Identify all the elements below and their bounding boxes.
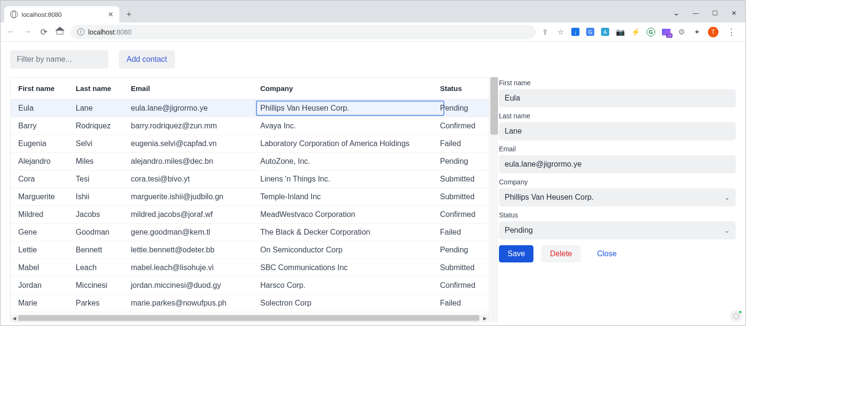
company-select[interactable] [499, 188, 736, 206]
first-name-label: First name [499, 79, 736, 87]
translate-ext-icon[interactable]: G [586, 28, 594, 36]
cell-company: Temple-Inland Inc [260, 193, 440, 201]
last-name-field[interactable] [499, 122, 736, 140]
profile-avatar[interactable]: T [708, 27, 718, 37]
table-row[interactable]: MargueriteIshiimarguerite.ishii@judbilo.… [11, 188, 489, 206]
cell-company: Laboratory Corporation of America Holdin… [260, 139, 440, 148]
maximize-icon[interactable]: ☐ [712, 10, 718, 17]
table-row[interactable]: MarieParkesmarie.parkes@nowufpus.phSolec… [11, 295, 489, 312]
email-field[interactable] [499, 155, 736, 173]
table-row[interactable]: BarryRodriquezbarry.rodriquez@zun.mmAvay… [11, 117, 489, 135]
horizontal-scrollbar[interactable]: ◀ ▶ [11, 314, 489, 322]
gear-icon[interactable]: ⚙ [677, 28, 686, 36]
cell-company: Linens 'n Things Inc. [260, 175, 440, 183]
col-email[interactable]: Email [131, 84, 260, 92]
cell-company: Avaya Inc. [260, 122, 440, 130]
table-body: EulaLaneeula.lane@jigrormo.yePhillips Va… [11, 100, 489, 312]
menu-icon[interactable]: ⋮ [725, 27, 738, 37]
reload-icon[interactable]: ⟳ [38, 27, 49, 37]
cell-last: Rodriquez [76, 122, 131, 130]
cell-email: eula.lane@jigrormo.ye [131, 104, 260, 113]
cell-last: Jacobs [76, 210, 131, 219]
table-row[interactable]: LettieBennettlettie.bennett@odeter.bbOn … [11, 241, 489, 259]
scroll-left-icon[interactable]: ◀ [11, 314, 18, 322]
screenshot-ext-icon[interactable]: A [601, 28, 609, 36]
table-header: First name Last name Email Company Statu… [11, 78, 489, 100]
status-select[interactable] [499, 221, 736, 239]
cell-status: Confirmed [440, 281, 489, 290]
cell-last: Ishii [76, 193, 131, 201]
company-label: Company [499, 178, 736, 186]
minimize-icon[interactable]: — [693, 10, 699, 17]
cell-last: Parkes [76, 299, 131, 307]
cell-first: Jordan [18, 281, 76, 290]
last-name-label: Last name [499, 112, 736, 120]
tab-title: localhost:8080 [22, 11, 104, 18]
bolt-icon[interactable]: ⚡ [631, 28, 640, 36]
cell-first: Alejandro [18, 157, 76, 166]
cell-first: Marie [18, 299, 76, 307]
url-host: localhost [88, 28, 115, 36]
cell-last: Bennett [76, 246, 131, 254]
cell-email: lettie.bennett@odeter.bb [131, 246, 260, 254]
chevron-down-icon[interactable]: ⌄ [672, 9, 681, 17]
table-row[interactable]: MabelLeachmabel.leach@lisohuje.viSBC Com… [11, 259, 489, 277]
cell-email: eugenia.selvi@capfad.vn [131, 139, 260, 148]
save-button[interactable]: Save [499, 245, 533, 262]
filter-input[interactable] [10, 50, 108, 68]
add-contact-button[interactable]: Add contact [119, 50, 175, 68]
table-row[interactable]: AlejandroMilesalejandro.miles@dec.bnAuto… [11, 153, 489, 170]
cell-last: Leach [76, 263, 131, 272]
h-scroll-thumb[interactable] [18, 315, 479, 321]
camera-icon[interactable]: 📷 [616, 28, 625, 36]
star-icon[interactable]: ☆ [556, 28, 565, 36]
col-first-name[interactable]: First name [18, 84, 76, 92]
cell-company: Solectron Corp [260, 299, 440, 307]
status-indicator-icon[interactable] [730, 310, 742, 322]
cell-email: mabel.leach@lisohuje.vi [131, 263, 260, 272]
cell-first: Mabel [18, 263, 76, 272]
table-row[interactable]: EulaLaneeula.lane@jigrormo.yePhillips Va… [11, 100, 489, 117]
contacts-table: First name Last name Email Company Statu… [10, 77, 489, 322]
grammarly-icon[interactable]: G [647, 28, 655, 36]
cell-company: On Semiconductor Corp [260, 246, 440, 254]
puzzle-icon[interactable]: ✦ [693, 28, 701, 36]
table-row[interactable]: EugeniaSelvieugenia.selvi@capfad.vnLabor… [11, 135, 489, 153]
table-row[interactable]: MildredJacobsmildred.jacobs@joraf.wfMead… [11, 206, 489, 224]
close-tab-icon[interactable]: ✕ [108, 11, 114, 18]
vertical-scrollbar[interactable] [490, 77, 498, 322]
cell-company: SBC Communications Inc [260, 263, 440, 272]
first-name-field[interactable] [499, 89, 736, 107]
download-ext-icon[interactable]: ↓ [571, 28, 579, 36]
email-label: Email [499, 145, 736, 153]
col-last-name[interactable]: Last name [76, 84, 131, 92]
close-window-icon[interactable]: ✕ [731, 10, 737, 17]
cell-status: Submitted [440, 263, 489, 272]
browser-toolbar: ← → ⟳ i localhost:8080 ⇪ ☆ ↓ G A 📷 ⚡ G 1… [0, 23, 745, 42]
status-label: Status [499, 211, 736, 219]
table-row[interactable]: CoraTesicora.tesi@bivo.ytLinens 'n Thing… [11, 170, 489, 188]
delete-button[interactable]: Delete [541, 245, 580, 262]
new-tab-button[interactable]: + [122, 8, 136, 21]
app-content: Add contact First name Last name Email C… [0, 42, 745, 325]
col-company[interactable]: Company [260, 84, 440, 92]
cell-email: marie.parkes@nowufpus.ph [131, 299, 260, 307]
cell-email: jordan.miccinesi@duod.gy [131, 281, 260, 290]
cell-first: Marguerite [18, 193, 76, 201]
table-row[interactable]: JordanMiccinesijordan.miccinesi@duod.gyH… [11, 277, 489, 295]
table-row[interactable]: GeneGoodmangene.goodman@kem.tlThe Black … [11, 224, 489, 241]
cell-status: Confirmed [440, 122, 489, 130]
cell-status: Pending [440, 246, 489, 254]
graduation-ext-icon[interactable]: 15 [662, 29, 671, 35]
home-icon[interactable] [54, 27, 66, 37]
v-scroll-thumb[interactable] [490, 77, 498, 135]
browser-tab[interactable]: localhost:8080 ✕ [4, 6, 119, 23]
address-bar[interactable]: i localhost:8080 [70, 25, 536, 39]
cell-first: Cora [18, 175, 76, 183]
info-icon[interactable]: i [77, 28, 84, 35]
col-status[interactable]: Status [440, 84, 493, 92]
cell-status: Failed [440, 299, 489, 307]
close-button[interactable]: Close [589, 245, 625, 262]
share-icon[interactable]: ⇪ [541, 28, 549, 36]
scroll-right-icon[interactable]: ▶ [481, 314, 489, 322]
